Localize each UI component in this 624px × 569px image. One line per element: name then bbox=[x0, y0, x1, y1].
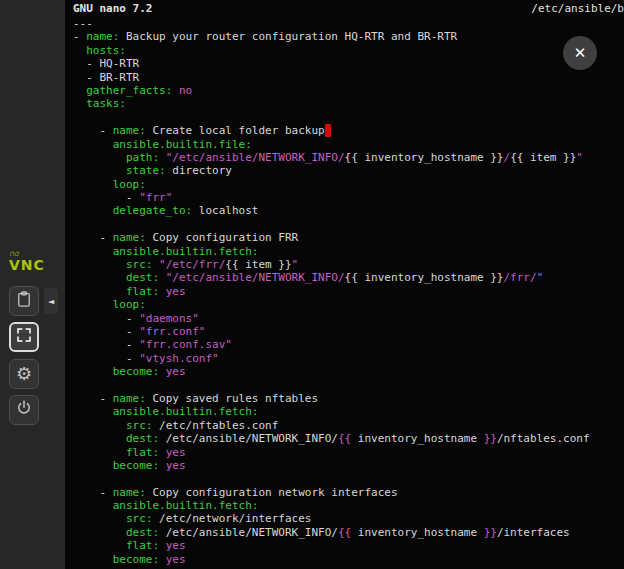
code-segment: gather_facts: bbox=[86, 84, 172, 97]
nano-titlebar: GNU nano 7.2 /etc/ansible/b bbox=[65, 0, 624, 15]
editor-line: dest: /etc/ansible/NETWORK_INFO/{{ inven… bbox=[73, 432, 624, 445]
file-path: /etc/ansible/b bbox=[531, 2, 624, 15]
code-segment bbox=[172, 84, 179, 97]
code-segment: become: bbox=[113, 365, 159, 378]
code-segment bbox=[159, 459, 166, 472]
code-segment: dest: bbox=[126, 271, 159, 284]
code-segment bbox=[73, 405, 113, 418]
code-segment: name: bbox=[113, 231, 146, 244]
code-segment: flat: bbox=[126, 446, 159, 459]
settings-button[interactable]: ⚙ bbox=[9, 359, 39, 389]
novnc-logo-text: VNC bbox=[9, 258, 45, 272]
app-title: GNU nano 7.2 bbox=[73, 2, 152, 15]
code-segment: "frr.conf" bbox=[139, 325, 205, 338]
code-segment: {{ bbox=[338, 432, 351, 445]
editor-line bbox=[73, 379, 624, 392]
collapse-arrow-icon: ◄ bbox=[48, 297, 54, 306]
editor-line: - "frr.conf.sav" bbox=[73, 338, 624, 351]
code-segment bbox=[73, 553, 113, 566]
code-segment: directory bbox=[166, 164, 232, 177]
code-segment bbox=[73, 138, 113, 151]
code-segment: dest: bbox=[126, 432, 159, 445]
code-segment: inventory_hostname bbox=[351, 432, 483, 445]
editor-line: hosts: bbox=[73, 44, 624, 57]
editor-line: loop: bbox=[73, 298, 624, 311]
code-segment: Copy saved rules nftables bbox=[146, 392, 318, 405]
code-segment: /frr/" bbox=[504, 271, 544, 284]
editor-line: - name: Create local folder backup bbox=[73, 124, 624, 137]
editor-line bbox=[73, 111, 624, 124]
code-segment: name: bbox=[113, 392, 146, 405]
code-segment bbox=[73, 245, 113, 258]
code-segment: - bbox=[73, 30, 86, 43]
code-segment: "/etc/frr/ bbox=[159, 258, 225, 271]
code-segment bbox=[159, 151, 166, 164]
code-segment: {{ item }} bbox=[225, 258, 291, 271]
code-segment bbox=[73, 258, 126, 271]
code-segment: yes bbox=[166, 459, 186, 472]
code-segment: ansible.builtin.fetch: bbox=[113, 245, 259, 258]
editor-line: - name: Copy saved rules nftables bbox=[73, 392, 624, 405]
editor-line: dest: /etc/ansible/NETWORK_INFO/{{ inven… bbox=[73, 526, 624, 539]
code-segment: /interfaces bbox=[497, 526, 570, 539]
code-segment: yes bbox=[166, 365, 186, 378]
code-segment bbox=[73, 97, 86, 110]
power-button[interactable] bbox=[9, 395, 39, 425]
editor-line: - "daemons" bbox=[73, 312, 624, 325]
code-segment bbox=[159, 285, 166, 298]
code-segment: "/etc/ansible/NETWORK_INFO/ bbox=[166, 271, 345, 284]
control-bar-handle[interactable]: ◄ bbox=[44, 288, 58, 314]
code-segment: flat: bbox=[126, 539, 159, 552]
editor-line: loop: bbox=[73, 178, 624, 191]
editor-line: ansible.builtin.fetch: bbox=[73, 499, 624, 512]
code-segment: flat: bbox=[126, 285, 159, 298]
code-segment: - bbox=[73, 312, 139, 325]
editor-line: become: yes bbox=[73, 459, 624, 472]
code-segment: name: bbox=[113, 124, 146, 137]
code-segment: yes bbox=[166, 539, 186, 552]
code-segment: src: bbox=[126, 258, 153, 271]
code-segment: loop: bbox=[113, 178, 146, 191]
code-segment: - bbox=[73, 486, 113, 499]
text-cursor bbox=[325, 124, 332, 137]
code-segment: "frr.conf.sav" bbox=[139, 338, 232, 351]
code-segment: no bbox=[179, 84, 192, 97]
close-button[interactable]: ✕ bbox=[563, 36, 597, 70]
code-segment: ansible.builtin.fetch: bbox=[113, 499, 259, 512]
code-segment: loop: bbox=[113, 298, 146, 311]
code-segment bbox=[73, 151, 126, 164]
code-segment bbox=[73, 44, 86, 57]
code-segment bbox=[73, 365, 113, 378]
code-segment: /nftables.conf bbox=[497, 432, 590, 445]
code-segment: - bbox=[73, 352, 139, 365]
editor-line: flat: yes bbox=[73, 446, 624, 459]
editor-line: ansible.builtin.fetch: bbox=[73, 405, 624, 418]
editor-line: gather_facts: no bbox=[73, 84, 624, 97]
code-segment: ansible.builtin.file: bbox=[113, 138, 252, 151]
code-segment bbox=[159, 553, 166, 566]
code-segment bbox=[73, 446, 126, 459]
editor-line: delegate_to: localhost bbox=[73, 204, 624, 217]
fullscreen-button[interactable] bbox=[9, 322, 39, 352]
editor-line: src: /etc/network/interfaces bbox=[73, 512, 624, 525]
code-segment: state: bbox=[126, 164, 166, 177]
code-segment bbox=[73, 164, 126, 177]
terminal[interactable]: GNU nano 7.2 /etc/ansible/b ---- name: B… bbox=[65, 0, 624, 569]
code-segment: {{ bbox=[338, 526, 351, 539]
code-segment: src: bbox=[126, 512, 153, 525]
code-segment: - HQ-RTR bbox=[73, 57, 139, 70]
code-segment: }} bbox=[484, 526, 497, 539]
code-segment: dest: bbox=[126, 526, 159, 539]
editor-line: ansible.builtin.file: bbox=[73, 138, 624, 151]
code-segment bbox=[159, 539, 166, 552]
code-segment: Create local folder backup bbox=[146, 124, 325, 137]
clipboard-button[interactable] bbox=[9, 286, 39, 316]
editor-lines: ---- name: Backup your router configurat… bbox=[73, 17, 624, 569]
code-segment: name: bbox=[113, 486, 146, 499]
code-segment bbox=[73, 271, 126, 284]
code-segment: - bbox=[73, 191, 139, 204]
code-segment: yes bbox=[166, 553, 186, 566]
code-segment: delegate_to: bbox=[113, 204, 192, 217]
code-segment: yes bbox=[166, 285, 186, 298]
editor-line: become: yes bbox=[73, 365, 624, 378]
